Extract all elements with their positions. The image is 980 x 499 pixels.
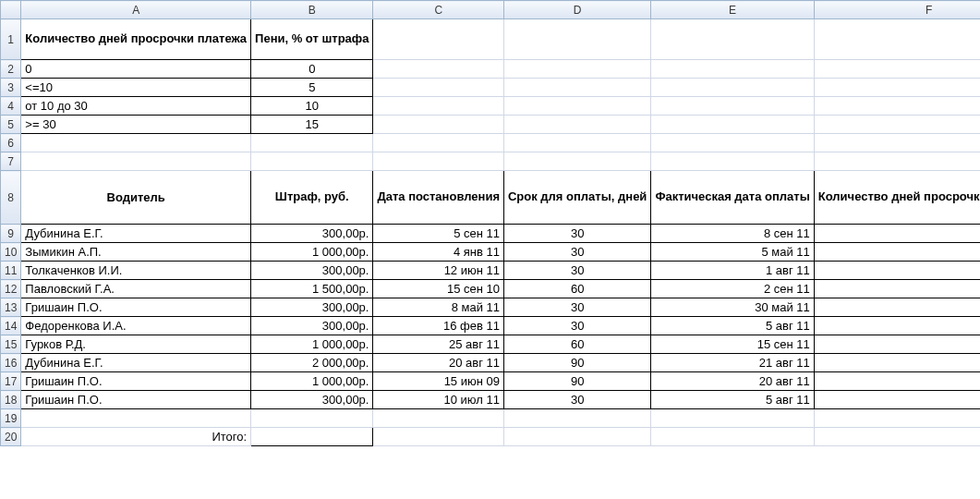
cell-A2[interactable]: 0 [21,60,251,79]
cell-D20[interactable] [503,428,650,446]
col-header-B[interactable]: B [251,1,373,19]
cell-A15[interactable]: Гурков Р.Д. [21,335,251,354]
cell-B6[interactable] [251,134,373,152]
cell-F16[interactable] [814,354,980,372]
cell-F17[interactable] [814,372,980,391]
cell-A9[interactable]: Дубинина Е.Г. [21,225,251,243]
cell-F10[interactable] [814,243,980,262]
row-header-17[interactable]: 17 [1,372,21,391]
cell-B3[interactable]: 5 [251,79,373,97]
cell-D15[interactable]: 60 [503,335,650,354]
row-header-3[interactable]: 3 [1,79,21,97]
cell-E8[interactable]: Фактическая дата оплаты [651,171,814,225]
cell-B13[interactable]: 300,00р. [251,298,373,317]
row-header-10[interactable]: 10 [1,243,21,262]
cell-E2[interactable] [651,60,814,79]
cell-C8[interactable]: Дата постановления [373,171,504,225]
cell-A19[interactable] [21,409,251,428]
cell-B19[interactable] [251,409,373,428]
cell-E15[interactable]: 15 сен 11 [651,335,814,354]
cell-F9[interactable] [814,225,980,243]
cell-C14[interactable]: 16 фев 11 [373,317,504,335]
row-header-19[interactable]: 19 [1,409,21,428]
cell-D2[interactable] [503,60,650,79]
cell-C13[interactable]: 8 май 11 [373,298,504,317]
cell-B4[interactable]: 10 [251,97,373,116]
cell-C6[interactable] [373,134,504,152]
cell-E16[interactable]: 21 авг 11 [651,354,814,372]
cell-F11[interactable] [814,262,980,280]
row-header-4[interactable]: 4 [1,97,21,116]
row-header-9[interactable]: 9 [1,225,21,243]
cell-B15[interactable]: 1 000,00р. [251,335,373,354]
cell-B17[interactable]: 1 000,00р. [251,372,373,391]
cell-D11[interactable]: 30 [503,262,650,280]
cell-C17[interactable]: 15 июн 09 [373,372,504,391]
col-header-A[interactable]: A [21,1,251,19]
cell-E19[interactable] [651,409,814,428]
cell-B2[interactable]: 0 [251,60,373,79]
cell-A8[interactable]: Водитель [21,171,251,225]
cell-F12[interactable] [814,280,980,298]
cell-E1[interactable] [651,19,814,60]
cell-B9[interactable]: 300,00р. [251,225,373,243]
row-header-14[interactable]: 14 [1,317,21,335]
cell-C1[interactable] [373,19,504,60]
cell-C2[interactable] [373,60,504,79]
row-header-16[interactable]: 16 [1,354,21,372]
cell-A14[interactable]: Федоренкова И.А. [21,317,251,335]
cell-A6[interactable] [21,134,251,152]
cell-B1[interactable]: Пени, % от штрафа [251,19,373,60]
col-header-E[interactable]: E [651,1,814,19]
cell-D1[interactable] [503,19,650,60]
cell-C11[interactable]: 12 июн 11 [373,262,504,280]
cell-F18[interactable] [814,391,980,409]
cell-D3[interactable] [503,79,650,97]
cell-F8[interactable]: Количество дней просрочки платежа [814,171,980,225]
cell-E3[interactable] [651,79,814,97]
cell-C18[interactable]: 10 июл 11 [373,391,504,409]
cell-D16[interactable]: 90 [503,354,650,372]
row-header-2[interactable]: 2 [1,60,21,79]
cell-A3[interactable]: <=10 [21,79,251,97]
cell-E18[interactable]: 5 авг 11 [651,391,814,409]
cell-F19[interactable] [814,409,980,428]
cell-E4[interactable] [651,97,814,116]
cell-C10[interactable]: 4 янв 11 [373,243,504,262]
cell-C3[interactable] [373,79,504,97]
row-header-1[interactable]: 1 [1,19,21,60]
cell-F7[interactable] [814,152,980,171]
cell-F2[interactable] [814,60,980,79]
cell-D4[interactable] [503,97,650,116]
cell-A4[interactable]: от 10 до 30 [21,97,251,116]
cell-E13[interactable]: 30 май 11 [651,298,814,317]
cell-E6[interactable] [651,134,814,152]
cell-F14[interactable] [814,317,980,335]
cell-E7[interactable] [651,152,814,171]
cell-F1[interactable] [814,19,980,60]
cell-D18[interactable]: 30 [503,391,650,409]
cell-A11[interactable]: Толкаченков И.И. [21,262,251,280]
row-header-12[interactable]: 12 [1,280,21,298]
cell-C5[interactable] [373,116,504,134]
cell-F13[interactable] [814,298,980,317]
cell-B20[interactable] [251,428,373,446]
cell-E11[interactable]: 1 авг 11 [651,262,814,280]
cell-A7[interactable] [21,152,251,171]
cell-D13[interactable]: 30 [503,298,650,317]
cell-F6[interactable] [814,134,980,152]
cell-F5[interactable] [814,116,980,134]
spreadsheet-grid[interactable]: A B C D E F G H 1 Количество дней просро… [0,0,980,446]
cell-D17[interactable]: 90 [503,372,650,391]
cell-F20[interactable] [814,428,980,446]
cell-B14[interactable]: 300,00р. [251,317,373,335]
col-header-C[interactable]: C [373,1,504,19]
cell-E5[interactable] [651,116,814,134]
row-header-15[interactable]: 15 [1,335,21,354]
cell-C12[interactable]: 15 сен 10 [373,280,504,298]
cell-B11[interactable]: 300,00р. [251,262,373,280]
cell-B7[interactable] [251,152,373,171]
cell-D19[interactable] [503,409,650,428]
cell-D10[interactable]: 30 [503,243,650,262]
cell-C15[interactable]: 25 авг 11 [373,335,504,354]
